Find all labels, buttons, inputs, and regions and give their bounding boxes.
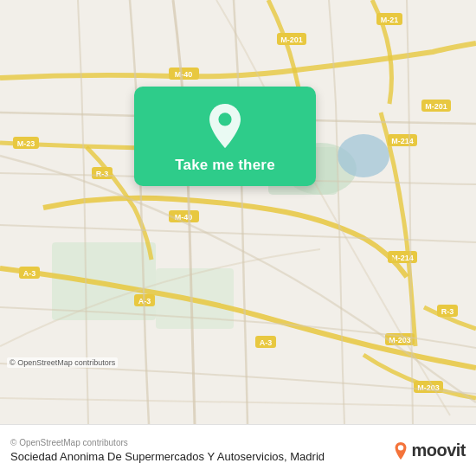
map-container: M-40 M-21 M-201 M-201 M-214 M-214 M-23 R… (0, 0, 476, 424)
svg-point-37 (398, 445, 403, 450)
copyright-text: © OpenStreetMap contributors (10, 438, 393, 447)
bottom-bar: © OpenStreetMap contributors Sociedad An… (0, 424, 476, 476)
svg-text:M-23: M-23 (17, 139, 35, 148)
svg-point-5 (338, 134, 389, 177)
moovit-logo: moovit (393, 441, 466, 460)
svg-text:M-201: M-201 (280, 35, 303, 44)
osm-attribution: © OpenStreetMap contributors (7, 357, 118, 368)
place-name: Sociedad Anonima De Supermercados Y Auto… (10, 450, 393, 463)
take-me-there-button-label: Take me there (175, 157, 275, 174)
moovit-pin-icon (393, 441, 408, 460)
map-pin-icon (204, 102, 246, 150)
svg-text:R-3: R-3 (441, 307, 454, 316)
svg-text:R-3: R-3 (96, 170, 109, 178)
svg-text:A-3: A-3 (260, 338, 273, 347)
svg-text:M-40: M-40 (175, 70, 193, 79)
moovit-brand-text: moovit (411, 441, 466, 460)
svg-point-36 (218, 113, 231, 125)
svg-text:M-201: M-201 (425, 102, 447, 111)
take-me-there-card[interactable]: Take me there (134, 87, 316, 186)
svg-text:M-21: M-21 (381, 16, 399, 24)
bottom-left: © OpenStreetMap contributors Sociedad An… (10, 438, 393, 463)
svg-text:A-3: A-3 (23, 269, 36, 278)
